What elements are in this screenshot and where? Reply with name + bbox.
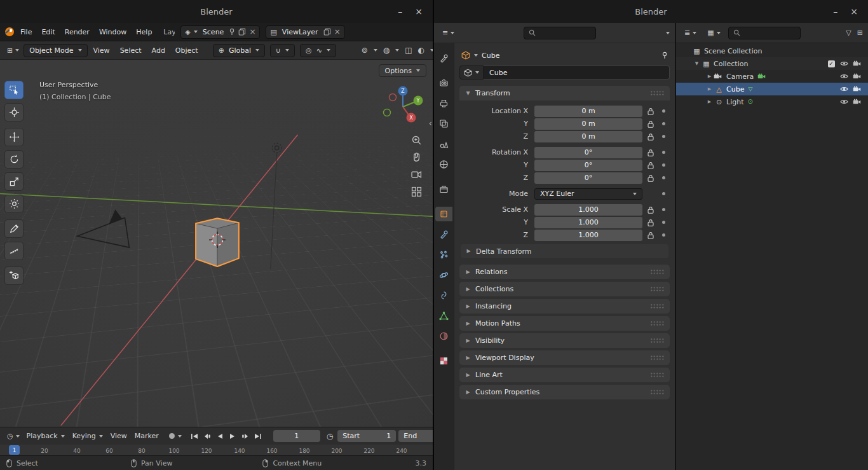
lock-icon[interactable] [642, 219, 659, 226]
menu-keying[interactable]: Keying [69, 430, 107, 442]
play-reverse-button[interactable] [216, 433, 224, 439]
breadcrumb-object-name[interactable]: Cube [482, 52, 499, 60]
hide-eye-icon[interactable] [837, 60, 850, 67]
display-mode-selector[interactable]: ▦ [704, 29, 723, 36]
rotation-y-field[interactable]: 0° [534, 160, 642, 171]
xray-toggle-icon[interactable]: ◫ [405, 46, 412, 54]
sidebar-toggle-icon[interactable]: ‹ [429, 118, 432, 128]
snap-controls[interactable]: ∪ [270, 44, 295, 57]
scale-x-field[interactable]: 1.000 [534, 204, 642, 216]
hide-eye-icon[interactable] [837, 73, 850, 79]
panel-drag-grip[interactable] [650, 321, 664, 326]
minimize-button[interactable]: – [398, 7, 402, 16]
animate-dot[interactable] [659, 221, 668, 224]
panel-drag-grip[interactable] [650, 389, 664, 395]
tool-measure[interactable] [4, 242, 24, 260]
tab-scene[interactable] [435, 137, 452, 151]
panel-custom-properties[interactable]: ▶Custom Properties [459, 385, 670, 399]
previous-keyframe-button[interactable] [203, 433, 211, 439]
tree-label[interactable]: Camera [726, 73, 754, 81]
tool-options-button[interactable]: Options [379, 64, 426, 77]
rotation-x-field[interactable]: 0° [534, 147, 642, 158]
lock-icon[interactable] [642, 232, 659, 239]
tab-modifiers[interactable] [435, 227, 452, 242]
menu-timeline-view[interactable]: View [107, 430, 131, 442]
view-layer-selector[interactable]: ▤ ViewLayer × [266, 25, 344, 39]
camera-view-icon[interactable] [411, 169, 422, 180]
object-name-field[interactable]: Cube [484, 66, 670, 79]
pin-id-icon[interactable] [661, 52, 668, 59]
delta-transform-subpanel[interactable]: ▶ Delta Transform [461, 244, 668, 258]
object-id-selector[interactable] [459, 66, 484, 79]
hide-eye-icon[interactable] [837, 86, 850, 92]
tab-collection[interactable] [435, 182, 452, 197]
tree-label[interactable]: Scene Collection [704, 47, 762, 55]
disclosure-closed-icon[interactable]: ▶ [705, 74, 714, 79]
play-button[interactable] [229, 433, 236, 439]
next-keyframe-button[interactable] [241, 433, 249, 439]
menu-window[interactable]: Window [95, 26, 131, 38]
proportional-editing-controls[interactable]: ◎ ∿ [300, 44, 336, 57]
lock-icon[interactable] [642, 120, 659, 128]
current-frame-field[interactable]: 1 [273, 430, 320, 442]
rotation-mode-dropdown[interactable]: XYZ Euler [534, 188, 642, 200]
panel-drag-grip[interactable] [650, 269, 664, 275]
panel-drag-grip[interactable] [650, 286, 664, 292]
workspace-tab-layout[interactable]: Layout [159, 25, 175, 39]
animate-dot[interactable] [659, 176, 668, 179]
tab-particles[interactable] [435, 247, 452, 262]
properties-editor-type-selector[interactable]: ≡ [439, 29, 458, 36]
minimize-button[interactable]: – [833, 7, 837, 16]
menu-file[interactable]: File [16, 26, 36, 38]
editor-type-selector[interactable]: ⊞ [4, 47, 22, 54]
tool-add-cube[interactable] [4, 266, 24, 285]
tree-label[interactable]: Collection [714, 60, 748, 68]
panel-visibility[interactable]: ▶Visibility [459, 333, 670, 348]
panel-drag-grip[interactable] [650, 338, 664, 343]
animate-dot[interactable] [659, 233, 668, 237]
tree-row-camera[interactable]: ▶ Camera [676, 70, 868, 83]
new-collection-icon[interactable]: ⊞ [857, 29, 863, 36]
lock-icon[interactable] [642, 206, 659, 214]
tree-row-cube[interactable]: ▶ △ Cube ▽ [676, 83, 868, 95]
render-visibility-icon[interactable] [850, 60, 863, 67]
tool-annotate[interactable] [4, 219, 24, 238]
animate-dot[interactable] [659, 151, 668, 154]
panel-line-art[interactable]: ▶Line Art [459, 368, 670, 382]
mode-selector[interactable]: Object Mode [24, 44, 87, 57]
tree-row-light[interactable]: ▶ ⊙ Light ⊙ [676, 95, 868, 108]
new-scene-icon[interactable] [238, 28, 246, 36]
light-object[interactable] [271, 143, 281, 269]
disclosure-open-icon[interactable]: ▼ [693, 62, 701, 66]
tool-move[interactable] [4, 128, 24, 146]
render-visibility-icon[interactable] [850, 73, 863, 79]
disclosure-closed-icon[interactable]: ▶ [705, 87, 714, 92]
animate-dot[interactable] [659, 135, 668, 138]
gizmo-x-negative[interactable] [390, 94, 397, 101]
scale-y-field[interactable]: 1.000 [534, 217, 642, 228]
show-overlays-icon[interactable]: ◍ [383, 46, 390, 54]
location-x-field[interactable]: 0 m [534, 106, 642, 117]
filter-funnel-icon[interactable]: ▽ [846, 29, 851, 36]
panel-drag-grip[interactable] [650, 355, 664, 361]
panel-motion-paths[interactable]: ▶Motion Paths [459, 316, 670, 331]
lock-icon[interactable] [642, 162, 659, 169]
exclude-checkbox[interactable]: ✓ [825, 60, 837, 67]
tab-texture[interactable] [435, 354, 452, 368]
rotation-z-field[interactable]: 0° [534, 172, 642, 184]
tab-constraints[interactable] [435, 288, 452, 303]
hide-eye-icon[interactable] [837, 99, 850, 105]
panel-drag-grip[interactable] [650, 372, 664, 378]
remove-view-layer-icon[interactable]: × [334, 28, 341, 36]
lock-icon[interactable] [642, 149, 659, 156]
lock-icon[interactable] [642, 133, 659, 141]
menu-playback[interactable]: Playback [23, 430, 69, 442]
tab-tool[interactable] [435, 51, 452, 66]
menu-render[interactable]: Render [60, 26, 94, 38]
tab-physics[interactable] [435, 268, 452, 282]
panel-drag-grip[interactable] [650, 90, 664, 96]
panel-viewport-display[interactable]: ▶Viewport Display [459, 350, 670, 365]
tool-rotate[interactable] [4, 150, 24, 169]
render-visibility-icon[interactable] [850, 86, 863, 92]
pan-hand-icon[interactable] [411, 152, 422, 163]
